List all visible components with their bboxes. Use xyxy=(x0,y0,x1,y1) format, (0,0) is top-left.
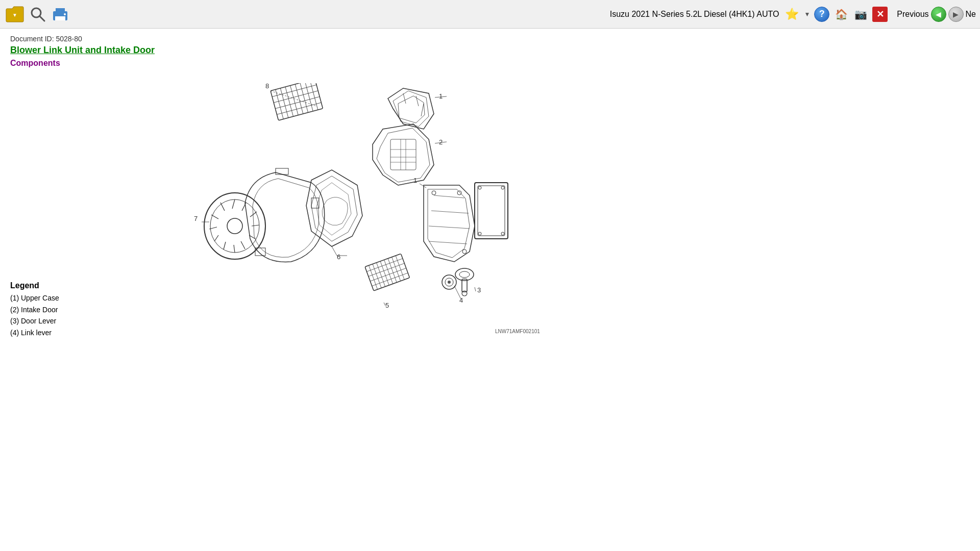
print-button[interactable] xyxy=(50,5,70,23)
toolbar-right: Isuzu 2021 N-Series 5.2L Diesel (4HK1) A… xyxy=(610,7,976,22)
svg-rect-4 xyxy=(56,8,65,13)
svg-text:2: 2 xyxy=(439,138,443,146)
svg-rect-55 xyxy=(276,168,288,174)
svg-line-16 xyxy=(272,85,316,96)
document-title[interactable]: Blower Link Unit and Intake Door xyxy=(10,45,970,56)
svg-rect-56 xyxy=(311,198,319,208)
svg-rect-7 xyxy=(271,83,323,120)
svg-line-51 xyxy=(211,215,218,219)
svg-rect-5 xyxy=(55,16,65,20)
svg-line-77 xyxy=(454,286,461,299)
svg-line-48 xyxy=(224,242,226,249)
svg-point-40 xyxy=(227,218,242,234)
svg-text:1: 1 xyxy=(439,92,443,100)
svg-line-80 xyxy=(373,264,381,288)
svg-line-23 xyxy=(416,96,419,106)
svg-line-36 xyxy=(332,246,337,256)
document-id: Document ID: 5028-80 xyxy=(10,35,970,43)
svg-line-47 xyxy=(234,245,235,253)
svg-point-62 xyxy=(432,191,436,195)
svg-line-82 xyxy=(380,261,389,285)
svg-line-43 xyxy=(250,212,257,217)
diagram-area: 8 1 xyxy=(10,73,970,359)
svg-rect-78 xyxy=(365,254,410,291)
svg-line-89 xyxy=(370,268,406,282)
previous-label: Previous xyxy=(897,10,928,19)
exploded-diagram: 8 1 xyxy=(189,83,546,338)
svg-rect-93 xyxy=(475,183,508,239)
legend: Legend (1) Upper Case (2) Intake Door (3… xyxy=(10,281,59,338)
svg-point-96 xyxy=(501,186,504,189)
svg-line-88 xyxy=(369,263,404,277)
search-button[interactable] xyxy=(29,5,47,23)
star-icon[interactable]: ⭐ xyxy=(785,8,799,21)
legend-item-2: (2) Intake Door xyxy=(10,304,59,315)
content-area: Document ID: 5028-80 Blower Link Unit an… xyxy=(0,29,980,365)
svg-line-18 xyxy=(275,96,320,108)
svg-line-44 xyxy=(252,225,259,226)
svg-point-6 xyxy=(64,13,66,15)
svg-text:LNW71AMF002101: LNW71AMF002101 xyxy=(495,329,540,334)
svg-line-58 xyxy=(434,195,464,198)
svg-point-95 xyxy=(478,186,481,189)
help-button[interactable]: ? xyxy=(814,7,829,22)
svg-text:4: 4 xyxy=(459,296,463,304)
svg-line-15 xyxy=(310,83,318,110)
svg-line-52 xyxy=(220,203,225,211)
svg-line-79 xyxy=(369,265,378,289)
svg-point-63 xyxy=(457,191,461,195)
svg-text:6: 6 xyxy=(337,253,340,261)
svg-line-66 xyxy=(420,184,426,188)
toolbar-left: ▼ xyxy=(4,5,70,24)
svg-line-19 xyxy=(277,103,321,114)
svg-text:1: 1 xyxy=(413,177,417,184)
svg-point-98 xyxy=(501,232,504,235)
svg-point-64 xyxy=(462,249,467,254)
vehicle-label: Isuzu 2021 N-Series 5.2L Diesel (4HK1) A… xyxy=(610,10,779,19)
svg-line-85 xyxy=(392,257,401,281)
legend-item-3: (3) Door Lever xyxy=(10,315,59,327)
svg-line-2 xyxy=(40,16,44,21)
legend-title: Legend xyxy=(10,281,59,290)
svg-point-97 xyxy=(478,232,481,235)
svg-line-60 xyxy=(429,226,470,229)
home-button[interactable]: 🏠 xyxy=(834,7,849,22)
svg-text:8: 8 xyxy=(265,83,269,90)
previous-button[interactable]: ◀ xyxy=(931,7,946,22)
svg-line-41 xyxy=(232,199,235,209)
svg-line-61 xyxy=(429,241,467,244)
next-label: Ne xyxy=(966,10,976,19)
svg-rect-27 xyxy=(390,139,416,170)
legend-item-4: (4) Link lever xyxy=(10,327,59,338)
svg-line-17 xyxy=(274,91,318,103)
svg-line-87 xyxy=(366,259,402,272)
svg-line-90 xyxy=(372,273,408,286)
svg-point-75 xyxy=(448,281,451,284)
svg-text:5: 5 xyxy=(385,302,389,309)
svg-line-22 xyxy=(403,93,406,104)
star-dropdown-arrow[interactable]: ▼ xyxy=(804,11,810,18)
toolbar: ▼ Isuzu 2021 N-Series 5.2L Diesel (4HK1)… xyxy=(0,0,980,29)
svg-line-24 xyxy=(421,104,424,116)
svg-line-49 xyxy=(214,235,218,241)
svg-text:▼: ▼ xyxy=(12,12,17,18)
close-button[interactable]: ✕ xyxy=(872,7,888,22)
svg-point-68 xyxy=(459,271,470,278)
svg-line-59 xyxy=(431,211,469,213)
legend-item-1: (1) Upper Case xyxy=(10,292,59,304)
svg-line-83 xyxy=(384,260,393,284)
svg-line-81 xyxy=(377,263,385,287)
next-button[interactable]: ▶ xyxy=(948,7,964,22)
svg-line-72 xyxy=(475,287,476,291)
svg-text:3: 3 xyxy=(477,286,481,294)
folder-button[interactable]: ▼ xyxy=(4,5,26,24)
svg-line-84 xyxy=(388,259,397,283)
svg-rect-94 xyxy=(478,186,505,236)
svg-line-46 xyxy=(241,241,245,249)
svg-text:7: 7 xyxy=(194,215,198,222)
section-header: Components xyxy=(10,59,970,68)
camera-button[interactable]: 📷 xyxy=(853,7,868,22)
